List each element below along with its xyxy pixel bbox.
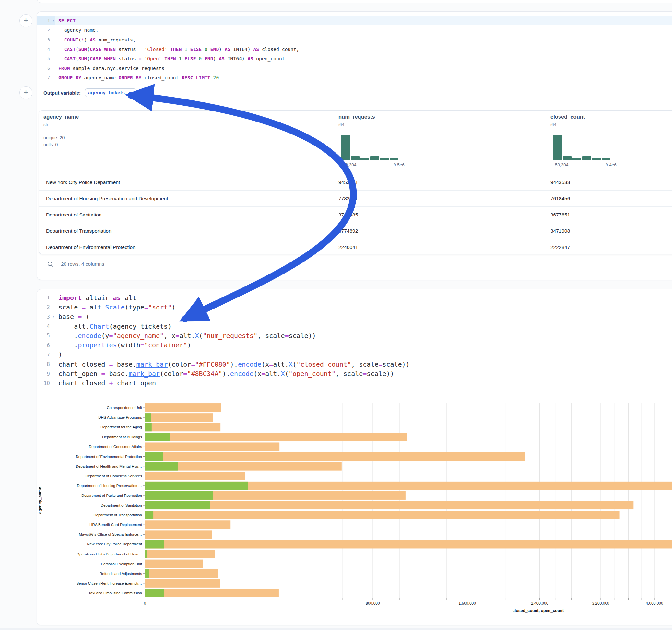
result-table[interactable]: agency_name str unique: 20 nulls: 0 num_… <box>39 110 672 255</box>
table-cell: 9443533 <box>550 174 570 190</box>
svg-text:Department of Transportation: Department of Transportation <box>93 513 142 517</box>
line-number: 7 <box>37 73 55 82</box>
svg-text:Department of Parks and Recrea: Department of Parks and Recreation <box>81 493 142 498</box>
code-line: 3 COUNT(*) AS num_requests, <box>37 35 672 44</box>
svg-text:800,000: 800,000 <box>366 601 380 606</box>
svg-text:0: 0 <box>144 601 146 606</box>
table-rows: New York City Police Department945313194… <box>39 174 672 255</box>
table-row[interactable]: Department of Housing Preservation and D… <box>39 190 672 207</box>
histogram-num-requests <box>341 135 400 161</box>
code-line: 4 CAST(SUM(CASE WHEN status = 'Closed' T… <box>37 44 672 54</box>
svg-text:Department of Housing Preserva: Department of Housing Preservation … <box>77 484 142 488</box>
code-line: 9chart_open = base.mark_bar(color="#8BC3… <box>37 369 672 378</box>
line-number: 5 <box>37 331 55 340</box>
text-cursor <box>79 18 79 24</box>
svg-text:agency_name: agency_name <box>38 487 42 514</box>
code-line: 5 CAST(SUM(CASE WHEN status = 'Open' THE… <box>37 54 672 63</box>
svg-text:Senior Citizen Rent Increase E: Senior Citizen Rent Increase Exempti… <box>76 581 142 585</box>
svg-text:Department of Consumer Affairs: Department of Consumer Affairs <box>89 445 142 449</box>
column-type: str <box>44 122 48 127</box>
table-cell: Department of Sanitation <box>46 207 101 223</box>
svg-text:Department for the Aging: Department for the Aging <box>100 425 142 429</box>
svg-text:Personal Exemption Unit: Personal Exemption Unit <box>101 562 142 566</box>
table-cell: 7618456 <box>550 191 570 207</box>
column-name: closed_count <box>550 114 585 120</box>
svg-text:Operations Unit - Department o: Operations Unit - Department of Hom… <box>76 552 142 556</box>
sql-editor[interactable]: 1∨SELECT 2 agency_name,3 COUNT(*) AS num… <box>37 16 672 82</box>
column-header-closed-count[interactable]: closed_count i64 53,304 9.4e6 <box>550 111 635 174</box>
code-line: 8chart_closed = base.mark_bar(color="#FF… <box>37 359 672 369</box>
line-number: 2 <box>37 25 55 35</box>
table-row[interactable]: New York City Police Department945313194… <box>39 174 672 190</box>
histogram-min-label: 53,304 <box>555 162 568 167</box>
code-line: 3∨base = ( <box>37 312 672 321</box>
search-icon[interactable] <box>47 261 54 268</box>
line-number: 3∨ <box>37 312 55 321</box>
column-header-num-requests[interactable]: num_requests i64 53,304 9.5e6 <box>338 111 423 174</box>
column-header-agency-name[interactable]: agency_name str unique: 20 nulls: 0 <box>44 111 303 174</box>
svg-text:4,000,000: 4,000,000 <box>646 601 663 606</box>
svg-text:Refunds and Adjustments: Refunds and Adjustments <box>99 572 142 576</box>
output-variable-label: Output variable: <box>44 90 81 96</box>
table-cell: 3774892 <box>338 223 358 239</box>
svg-text:3,200,000: 3,200,000 <box>592 601 609 606</box>
line-number: 8 <box>37 359 55 369</box>
line-number: 7 <box>37 350 55 359</box>
svg-text:2,400,000: 2,400,000 <box>531 601 549 606</box>
histogram-max-label: 9.5e6 <box>393 162 405 167</box>
svg-text:Department of Environmental Pr: Department of Environmental Protection <box>75 455 142 459</box>
output-variable-row: Output variable: agency_tickets <box>44 88 136 97</box>
chevron-down-icon[interactable]: ∨ <box>52 315 54 318</box>
table-row[interactable]: Department of Sanitation37494853677651 <box>39 207 672 223</box>
altair-bar-chart: Correspondence UnitDHS Advantage Program… <box>0 395 672 622</box>
line-number: 1∨ <box>37 16 55 25</box>
table-cell: 3749485 <box>338 207 358 223</box>
line-number: 6 <box>37 340 55 350</box>
code-line: 7) <box>37 350 672 359</box>
column-name: agency_name <box>44 114 79 120</box>
output-variable-chip[interactable]: agency_tickets <box>85 89 136 97</box>
line-number: 5 <box>37 54 55 63</box>
previous-cell-edge <box>37 0 672 3</box>
histogram-min-label: 53,304 <box>343 162 356 167</box>
svg-text:Mayorâ€ s Office of Special En: Mayorâ€ s Office of Special Enforce… <box>79 532 142 536</box>
code-line: 4 alt.Chart(agency_tickets) <box>37 321 672 331</box>
code-line: 2scale = alt.Scale(type="sqrt") <box>37 302 672 312</box>
notebook-page: + + 1∨SELECT 2 agency_name,3 COUNT(*) AS… <box>0 0 672 630</box>
code-line: 6 .properties(width="container") <box>37 340 672 350</box>
add-cell-button-output[interactable]: + <box>20 86 32 99</box>
column-stats: unique: 20 nulls: 0 <box>44 135 65 148</box>
table-cell: 9453131 <box>338 174 358 190</box>
cell-divider <box>38 86 672 86</box>
table-cell: 3471908 <box>550 223 570 239</box>
column-name: num_requests <box>338 114 375 120</box>
code-line: 2 agency_name, <box>37 25 672 35</box>
table-cell: 2240041 <box>338 239 358 255</box>
svg-text:1,600,000: 1,600,000 <box>459 601 476 606</box>
line-number: 10 <box>37 379 55 388</box>
line-number: 4 <box>37 44 55 54</box>
code-line: 1∨SELECT <box>37 16 672 25</box>
table-cell: Department of Housing Preservation and D… <box>46 191 168 207</box>
python-editor[interactable]: 1import altair as alt2scale = alt.Scale(… <box>37 293 672 388</box>
svg-text:Department of Health and Menta: Department of Health and Mental Hyg… <box>75 464 142 468</box>
code-line: 5 .encode(y="agency_name", x=alt.X("num_… <box>37 331 672 340</box>
table-footer: 20 rows, 4 columns <box>39 257 104 272</box>
line-number: 6 <box>37 63 55 73</box>
table-cell: 7782211 <box>338 191 358 207</box>
chevron-down-icon[interactable]: ∨ <box>52 19 54 22</box>
next-cell-edge <box>0 628 672 630</box>
table-cell: Department of Environmental Protection <box>46 239 136 255</box>
line-number: 1 <box>37 293 55 302</box>
add-cell-button-top[interactable]: + <box>20 14 32 27</box>
table-cell: 3677651 <box>550 207 570 223</box>
svg-text:New York City Police Departmen: New York City Police Department <box>87 542 142 546</box>
svg-text:Department of Homeless Service: Department of Homeless Services <box>86 474 142 478</box>
svg-text:HRA Benefit Card Replacement: HRA Benefit Card Replacement <box>90 523 142 527</box>
line-number: 3 <box>37 35 55 44</box>
table-row[interactable]: Department of Environmental Protection22… <box>39 239 672 255</box>
table-row[interactable]: Department of Transportation377489234719… <box>39 223 672 239</box>
code-line: 7GROUP BY agency_name ORDER BY closed_co… <box>37 73 672 82</box>
table-cell: New York City Police Department <box>46 174 120 190</box>
code-line: 6FROM sample_data.nyc.service_requests <box>37 63 672 73</box>
